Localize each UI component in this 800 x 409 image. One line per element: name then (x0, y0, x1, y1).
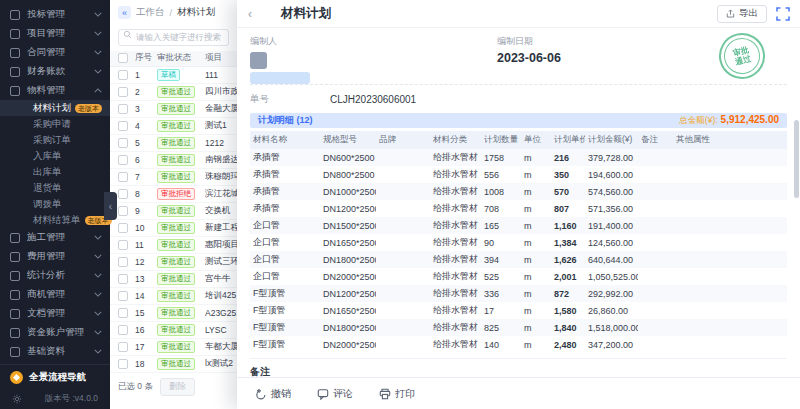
sidebar-item[interactable]: 采购申请 (0, 116, 110, 132)
export-button[interactable]: 导出 (717, 5, 767, 23)
sidebar-item[interactable]: 基础资料 (0, 342, 110, 361)
list-item[interactable]: 4 审批通过 测试1 (110, 118, 237, 135)
list-item[interactable]: 1 草稿 111 (110, 67, 237, 84)
list-item[interactable]: 17 审批通过 车都大厦 (110, 339, 237, 356)
table-row[interactable]: 承插管 DN1200*2500 给排水管材 708 m 807 571,356.… (250, 200, 787, 217)
row-checkbox[interactable] (118, 172, 128, 182)
comment-button[interactable]: 评论 (317, 387, 353, 401)
remark-section: 备注 暂无备注 (250, 358, 787, 377)
table-row[interactable]: 企口管 DN1650*2500 给排水管材 90 m 1,384 124,560… (250, 234, 787, 251)
sidebar-item[interactable]: 统计分析 (0, 266, 110, 285)
menu-icon (10, 290, 20, 300)
table-row[interactable]: F型顶管 DN2000*2500 给排水管材 140 m 2,480 347,2… (250, 336, 787, 353)
cell-remark (638, 336, 673, 353)
list-item[interactable]: 10 审批通过 新建工程-项 (110, 220, 237, 237)
row-checkbox[interactable] (118, 87, 128, 97)
select-all-checkbox[interactable] (118, 53, 128, 63)
row-checkbox[interactable] (118, 359, 128, 369)
list-item[interactable]: 2 审批通过 四川市政项 (110, 84, 237, 101)
row-no: 12 (135, 257, 157, 267)
list-item[interactable]: 5 审批通过 1212 (110, 135, 237, 152)
cell-brand (376, 234, 430, 251)
sidebar-item[interactable]: 退货单 (0, 180, 110, 196)
list-item[interactable]: 6 审批通过 南钢盛达大 (110, 152, 237, 169)
sidebar-item[interactable]: 材料结算单 老版本 (0, 212, 110, 228)
list-item[interactable]: 3 审批通过 金融大厦采 (110, 101, 237, 118)
print-button[interactable]: 打印 (379, 387, 415, 401)
list-item[interactable]: 16 审批通过 LYSC (110, 322, 237, 339)
sidebar-item[interactable]: 合同管理 (0, 43, 110, 62)
cell-brand (376, 149, 430, 166)
sidebar-item[interactable]: 施工管理 (0, 228, 110, 247)
cell-brand (376, 251, 430, 268)
cell-qty: 336 (481, 285, 521, 302)
row-checkbox[interactable] (118, 257, 128, 267)
table-row[interactable]: F型顶管 DN1200*2500 给排水管材 336 m 872 292,992… (250, 285, 787, 302)
meta-section: 编制人 编制日期 2023-06-06 审批通过 (250, 28, 787, 84)
row-checkbox[interactable] (118, 138, 128, 148)
list-item[interactable]: 12 审批通过 测试三环路 (110, 254, 237, 271)
sidebar-item[interactable]: 财务账款 (0, 62, 110, 81)
table-row[interactable]: F型顶管 DN1800*2500 给排水管材 825 m 1,840 1,518… (250, 319, 787, 336)
row-checkbox[interactable] (118, 206, 128, 216)
row-checkbox[interactable] (118, 308, 128, 318)
sidebar-item[interactable]: 采购订单 (0, 132, 110, 148)
table-row[interactable]: 企口管 DN2000*2500 给排水管材 525 m 2,001 1,050,… (250, 268, 787, 285)
fullscreen-icon[interactable] (776, 7, 790, 21)
chevron-down-icon (94, 50, 102, 55)
list-item[interactable]: 11 审批通过 惠阳项目 (110, 237, 237, 254)
list-item[interactable]: 14 审批通过 培训425 (110, 288, 237, 305)
row-checkbox[interactable] (118, 121, 128, 131)
delete-button[interactable]: 删除 (160, 378, 195, 396)
material-plan-list-panel: « 工作台 / 材料计划 序号 审批状态 项目 1 草稿 111 (110, 0, 237, 409)
row-checkbox[interactable] (118, 189, 128, 199)
sidebar-item[interactable]: 项目管理 (0, 24, 110, 43)
row-project: 新建工程-项 (205, 222, 237, 234)
row-checkbox[interactable] (118, 325, 128, 335)
table-row[interactable]: 承插管 DN800*2500 给排水管材 556 m 350 194,600.0… (250, 166, 787, 183)
export-icon (726, 9, 735, 18)
list-item[interactable]: 13 审批通过 宫牛牛 (110, 271, 237, 288)
sidebar-item[interactable]: 材料计划 老版本 (0, 100, 110, 116)
sidebar-item[interactable]: 商机管理 (0, 285, 110, 304)
undo-button[interactable]: 撤销 (255, 387, 291, 401)
sidebar-item[interactable]: 入库单 (0, 148, 110, 164)
sidebar-item[interactable]: 出库单 (0, 164, 110, 180)
row-checkbox[interactable] (118, 104, 128, 114)
list-item[interactable]: 7 审批通过 珠穆朗玛峰 (110, 169, 237, 186)
table-row[interactable]: 企口管 DN1800*2500 给排水管材 394 m 1,626 640,64… (250, 251, 787, 268)
table-row[interactable]: F型顶管 DN1650*2500 给排水管材 17 m 1,580 26,860… (250, 302, 787, 319)
sidebar-item[interactable]: 物料管理 (0, 81, 110, 100)
chevron-down-icon (94, 330, 102, 335)
list-item[interactable]: 9 审批通过 交换机 (110, 203, 237, 220)
drawer-collapse-icon[interactable]: ‹ (243, 7, 257, 21)
scrollbar-thumb[interactable] (794, 120, 799, 198)
column-status: 审批状态 (157, 52, 205, 64)
table-row[interactable]: 企口管 DN1500*2500 给排水管材 165 m 1,160 191,40… (250, 217, 787, 234)
sidebar-collapse-handle[interactable]: ‹ (104, 192, 117, 220)
row-checkbox[interactable] (118, 291, 128, 301)
table-row[interactable]: 承插管 DN600*2500 给排水管材 1758 m 216 379,728.… (250, 149, 787, 166)
sidebar-item-label: 投标管理 (27, 8, 65, 21)
sidebar-item[interactable]: 文档管理 (0, 304, 110, 323)
panorama-flow-nav[interactable]: 全景流程导航 (0, 365, 110, 389)
search-input[interactable] (118, 29, 229, 46)
cell-price: 1,384 (551, 234, 585, 251)
row-checkbox[interactable] (118, 70, 128, 80)
sidebar-item[interactable]: 调拨单 (0, 196, 110, 212)
row-checkbox[interactable] (118, 223, 128, 233)
breadcrumb-root[interactable]: 工作台 (136, 6, 165, 19)
list-item[interactable]: 15 审批通过 A23G2511 (110, 305, 237, 322)
back-icon[interactable]: « (118, 6, 131, 19)
row-checkbox[interactable] (118, 155, 128, 165)
sidebar-item[interactable]: 投标管理 (0, 5, 110, 24)
sidebar-item[interactable]: 费用管理 (0, 247, 110, 266)
sidebar-item[interactable]: 资金账户管理 (0, 323, 110, 342)
gear-icon[interactable] (12, 394, 22, 404)
list-item[interactable]: 8 审批拒绝 滨江花城10 (110, 186, 237, 203)
list-item[interactable]: 18 审批通过 lx测试2 (110, 356, 237, 373)
table-row[interactable]: 承插管 DN1000*2500 给排水管材 1008 m 570 574,560… (250, 183, 787, 200)
row-checkbox[interactable] (118, 274, 128, 284)
row-checkbox[interactable] (118, 342, 128, 352)
row-checkbox[interactable] (118, 240, 128, 250)
